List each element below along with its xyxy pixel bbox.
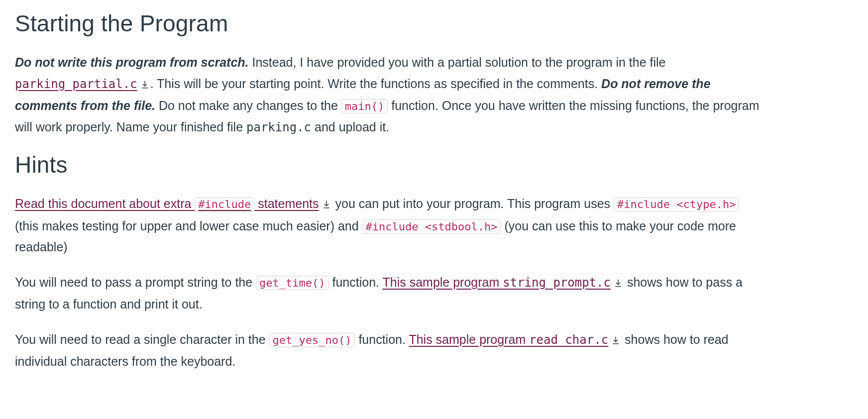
link-filename: parking_partial.c [15,77,137,91]
link-string-prompt[interactable]: This sample program string_prompt.c [383,275,611,289]
link-filename: string_prompt.c [503,276,611,290]
text: and upload it. [311,120,389,134]
code-get-yes-no: get_yes_no() [269,333,355,347]
text: function. [329,275,383,289]
heading-hints: Hints [15,151,761,178]
filename-parking-c: parking.c [246,120,311,134]
download-icon[interactable] [140,74,149,96]
hints-paragraph-2: You will need to pass a prompt string to… [15,272,761,315]
link-parking-partial[interactable]: parking_partial.c [15,77,137,91]
download-icon[interactable] [614,273,623,294]
text: Do not make any changes to the [155,99,341,112]
text: . This will be your starting point. Writ… [150,77,601,91]
text: You will need to read a single character… [15,332,269,346]
text: Instead, I have provided you with a part… [249,55,666,69]
link-text-post: statements [254,197,319,210]
hints-paragraph-1: Read this document about extra #include … [15,193,761,258]
download-icon[interactable] [322,194,331,215]
code-include-stdbool: #include <stdbool.h> [362,219,501,234]
document-page: Starting the Program Do not write this p… [0,0,776,401]
download-icon[interactable] [611,330,620,351]
code-main: main() [341,99,388,113]
code-get-time: get_time() [256,276,328,290]
link-text-pre: This sample program [409,332,529,346]
emphasis-do-not-write: Do not write this program from scratch. [15,55,249,69]
text: you can put into your program. This prog… [332,197,614,210]
code-include-ctype: #include <ctype.h> [614,197,739,211]
heading-starting-the-program: Starting the Program [15,10,761,37]
code-include-generic: #include [195,197,254,211]
link-read-char[interactable]: This sample program read_char.c [409,332,608,346]
hints-paragraph-3: You will need to read a single character… [15,329,761,372]
link-include-doc[interactable]: Read this document about extra #include … [15,197,319,210]
text: function. [355,332,409,346]
link-text-pre: This sample program [383,275,503,289]
link-filename: read_char.c [529,333,608,347]
starting-paragraph: Do not write this program from scratch. … [15,52,761,137]
text: (this makes testing for upper and lower … [15,219,362,233]
text: You will need to pass a prompt string to… [15,275,256,289]
link-text-pre: Read this document about extra [15,197,195,210]
